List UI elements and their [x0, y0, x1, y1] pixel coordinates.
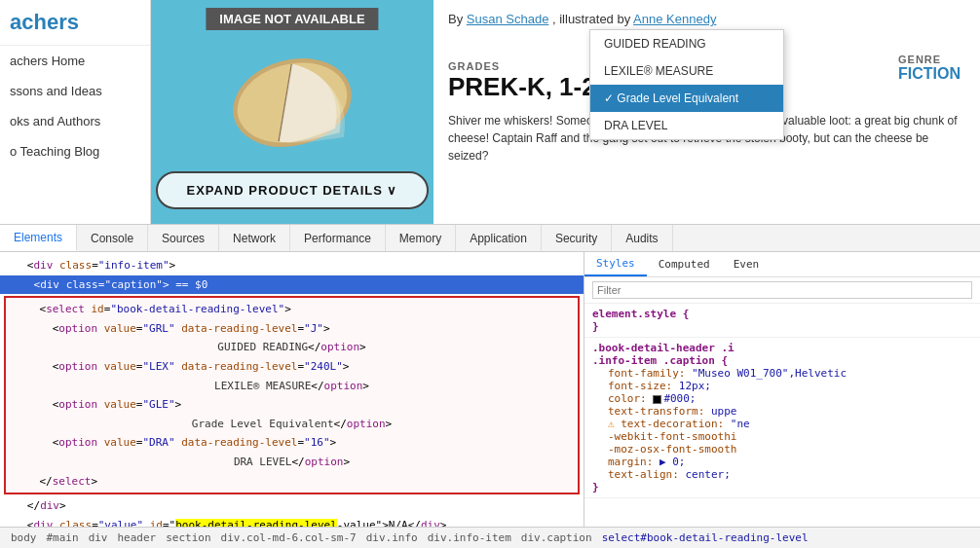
select-element-box: <select id="book-detail-reading-level"> …: [4, 296, 580, 494]
devtools-body: <div class="info-item"> <div class="capt…: [0, 252, 980, 527]
genre-value: FICTION: [898, 65, 961, 83]
dom-line: <select id="book-detail-reading-level">: [6, 300, 578, 319]
breadcrumb-info[interactable]: div.info: [363, 531, 421, 544]
devtools-tab-bar: Elements Console Sources Network Perform…: [0, 225, 980, 252]
dom-line: <div class="value" id="book-detail-readi…: [0, 516, 584, 527]
tab-console[interactable]: Console: [77, 225, 148, 251]
dom-line: DRA LEVEL</option>: [6, 453, 578, 472]
book-image-section: IMAGE NOT AVAILABLE EXPAND PRODUCT DETAI…: [151, 0, 433, 224]
dom-panel[interactable]: <div class="info-item"> <div class="capt…: [0, 252, 584, 527]
sidebar-item-blog[interactable]: o Teaching Blog: [0, 136, 150, 166]
author-link[interactable]: Susan Schade: [467, 12, 549, 26]
breadcrumb-body[interactable]: body: [8, 531, 40, 544]
sidebar-item-lessons[interactable]: ssons and Ideas: [0, 76, 150, 106]
styles-filter-input[interactable]: [592, 281, 972, 299]
breadcrumb-main[interactable]: #main: [44, 531, 82, 544]
book-image: [214, 34, 370, 171]
styles-tab-event[interactable]: Even: [722, 252, 772, 276]
page-top: achers achers Home ssons and Ideas oks a…: [0, 0, 980, 224]
breadcrumb-section[interactable]: section: [163, 531, 213, 544]
breadcrumb-info-item[interactable]: div.info-item: [425, 531, 514, 544]
breadcrumb-bar: body #main div header section div.col-md…: [0, 527, 980, 548]
tab-security[interactable]: Security: [542, 225, 612, 251]
dropdown-item-gle[interactable]: Grade Level Equivalent: [590, 85, 783, 112]
breadcrumb-div[interactable]: div: [86, 531, 111, 544]
devtools-panel: Elements Console Sources Network Perform…: [0, 224, 980, 548]
dom-line: </div>: [0, 496, 584, 516]
tab-elements[interactable]: Elements: [0, 225, 77, 251]
dropdown-item-grl[interactable]: GUIDED READING: [590, 30, 783, 57]
expand-product-details-button[interactable]: EXPAND PRODUCT DETAILS ∨: [156, 171, 430, 209]
styles-filter-area: [584, 277, 980, 304]
genre-label: GENRE: [898, 54, 961, 65]
css-rule-element: element.style { }: [584, 304, 980, 338]
breadcrumb-select[interactable]: select#book-detail-reading-level: [599, 531, 811, 544]
dom-line: </select>: [6, 472, 578, 492]
dom-line-selected[interactable]: <div class="caption"> == $0: [0, 275, 584, 295]
sidebar-item-books[interactable]: oks and Authors: [0, 106, 150, 136]
book-info-area: By Susan Schade , illustrated by Anne Ke…: [433, 0, 980, 224]
css-rule-book-detail: .book-detail-header .i .info-item .capti…: [584, 338, 980, 498]
book-author-line: By Susan Schade , illustrated by Anne Ke…: [448, 12, 965, 26]
tab-memory[interactable]: Memory: [386, 225, 456, 251]
dropdown-item-dra[interactable]: DRA LEVEL: [590, 112, 783, 139]
main-content: IMAGE NOT AVAILABLE EXPAND PRODUCT DETAI…: [151, 0, 980, 224]
breadcrumb-header[interactable]: header: [115, 531, 160, 544]
sidebar: achers achers Home ssons and Ideas oks a…: [0, 0, 151, 224]
dom-line: Grade Level Equivalent</option>: [6, 415, 578, 434]
sidebar-item-home[interactable]: achers Home: [0, 46, 150, 76]
dropdown-item-lex[interactable]: LEXILE® MEASURE: [590, 57, 783, 85]
tab-application[interactable]: Application: [456, 225, 542, 251]
styles-tab-styles[interactable]: Styles: [584, 252, 647, 276]
breadcrumb-caption[interactable]: div.caption: [518, 531, 595, 544]
tab-sources[interactable]: Sources: [148, 225, 219, 251]
image-not-available-label: IMAGE NOT AVAILABLE: [206, 8, 378, 30]
illustrated-by-text: , illustrated by: [548, 12, 633, 26]
styles-tab-bar: Styles Computed Even: [584, 252, 980, 277]
dom-line: <option value="GLE">: [6, 395, 578, 415]
tab-network[interactable]: Network: [219, 225, 290, 251]
dom-line: <option value="LEX" data-reading-level="…: [6, 357, 578, 377]
genre-section: GENRE FICTION: [898, 54, 961, 83]
dom-line: <option value="DRA" data-reading-level="…: [6, 433, 578, 453]
sidebar-title: achers: [0, 10, 150, 46]
illustrator-link[interactable]: Anne Kennedy: [633, 12, 716, 26]
dom-line: GUIDED READING</option>: [6, 338, 578, 357]
dom-line: <option value="GRL" data-reading-level="…: [6, 319, 578, 339]
tab-performance[interactable]: Performance: [290, 225, 386, 251]
reading-level-dropdown: GUIDED READING LEXILE® MEASURE Grade Lev…: [589, 29, 784, 140]
breadcrumb-col[interactable]: div.col-md-6.col-sm-7: [218, 531, 359, 544]
styles-panel: Styles Computed Even element.style { } .…: [584, 252, 980, 527]
expand-button-container: EXPAND PRODUCT DETAILS ∨: [151, 171, 433, 224]
dom-line: <div class="info-item">: [0, 256, 584, 275]
styles-tab-computed[interactable]: Computed: [647, 252, 722, 276]
dom-line: LEXILE® MEASURE</option>: [6, 377, 578, 396]
by-text: By: [448, 12, 467, 26]
tab-audits[interactable]: Audits: [612, 225, 672, 251]
